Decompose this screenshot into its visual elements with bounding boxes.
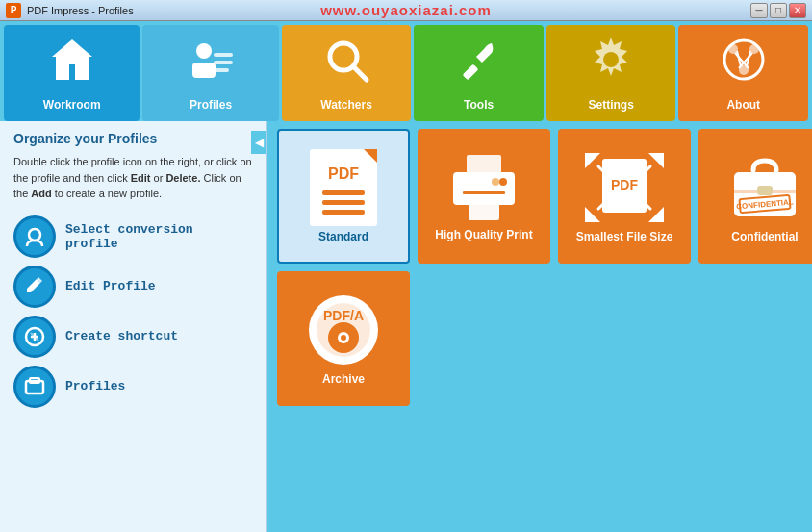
profile-tile-archive[interactable]: PDF/A Archive [277,271,410,406]
svg-rect-2 [192,63,216,78]
svg-point-1 [196,43,212,59]
standard-label: Standard [318,230,368,243]
profile-tile-standard[interactable]: PDF Standard [277,129,410,264]
edit-circle [13,266,56,308]
create-shortcut-action[interactable]: Create shortcut [13,316,253,358]
nav-tile-tools[interactable]: Tools [414,25,544,121]
settings-label: Settings [589,98,634,112]
watchers-label: Watchers [320,98,372,112]
profiles-action-label: Profiles [65,379,125,393]
watchers-icon [322,36,370,92]
nav-tile-settings[interactable]: Settings [546,25,676,121]
workroom-label: Workroom [43,98,101,112]
svg-point-19 [29,229,40,241]
archive-icon: PDF/A [305,291,382,368]
shortcut-circle [13,316,56,358]
sidebar-title: Organize your Profiles [13,131,253,146]
profile-grid: PDF Standard [277,129,802,406]
select-label: Select conversion profile [65,222,253,251]
svg-point-29 [499,178,507,186]
profiles-label: Profiles [190,98,232,112]
edit-label: Edit Profile [65,279,156,293]
svg-point-30 [492,178,499,186]
app-icon: P [6,3,21,18]
svg-rect-26 [467,155,501,174]
maximize-button[interactable]: □ [770,3,787,18]
main-area: ◀ Organize your Profiles Double click th… [0,121,812,532]
nav-tile-watchers[interactable]: Watchers [282,25,412,121]
svg-text:PDF/A: PDF/A [323,308,364,323]
svg-rect-28 [463,191,505,194]
edit-profile-action[interactable]: Edit Profile [13,266,253,308]
sidebar-description: Double click the profile icon on the rig… [13,154,253,202]
minimize-button[interactable]: ─ [750,3,768,18]
svg-rect-44 [757,186,773,195]
profile-tile-confidential[interactable]: CONFIDENTIAL Confidential [698,129,812,264]
confidential-label: Confidential [731,230,798,243]
profile-tile-smallest[interactable]: PDF [558,129,691,264]
top-nav: Workroom Profiles [0,21,812,121]
svg-rect-5 [214,68,229,72]
shortcut-label: Create shortcut [65,329,178,343]
svg-rect-4 [214,61,233,64]
profiles-action[interactable]: Profiles [13,366,253,408]
smallest-icon: PDF [581,149,668,226]
svg-rect-3 [214,53,233,57]
high-quality-label: High Quality Print [435,228,532,241]
window-controls: ─ □ ✕ [750,3,806,18]
about-icon [720,36,768,92]
svg-text:PDF: PDF [611,177,638,192]
sidebar: ◀ Organize your Profiles Double click th… [0,121,267,532]
workroom-icon [48,36,96,92]
svg-rect-8 [462,63,478,80]
profiles-icon [187,36,235,92]
nav-tile-about[interactable]: About [678,25,808,121]
tools-icon [455,36,503,92]
app-icon-label: P [11,5,17,15]
svg-marker-0 [52,39,92,80]
tools-label: Tools [464,98,494,112]
collapse-button[interactable]: ◀ [251,131,266,154]
select-profile-action[interactable]: Select conversion profile [13,215,253,258]
svg-point-52 [341,335,346,341]
select-circle [13,215,56,258]
smallest-label: Smallest File Size [576,230,673,243]
svg-line-7 [353,66,367,80]
high-quality-icon [445,151,522,224]
nav-tile-workroom[interactable]: Workroom [4,25,140,121]
about-label: About [726,98,760,112]
confidential-icon: CONFIDENTIAL [726,149,803,226]
svg-point-10 [603,52,619,67]
profile-grid-area: PDF Standard [267,121,812,532]
app-container: Workroom Profiles [0,21,812,532]
watermark: www.ouyaoxiazai.com [320,2,492,18]
archive-label: Archive [322,372,365,386]
nav-tile-profiles[interactable]: Profiles [142,25,278,121]
profile-tile-high-quality[interactable]: High Quality Print [418,129,550,264]
standard-icon: PDF [310,149,377,226]
settings-icon [587,36,635,92]
profiles-action-circle [13,366,56,408]
title-bar: P PDF Impress - Profiles www.ouyaoxiazai… [0,0,812,21]
svg-rect-31 [469,199,499,220]
sidebar-actions: Select conversion profile Edit Profile [13,215,253,408]
close-button[interactable]: ✕ [789,3,806,18]
